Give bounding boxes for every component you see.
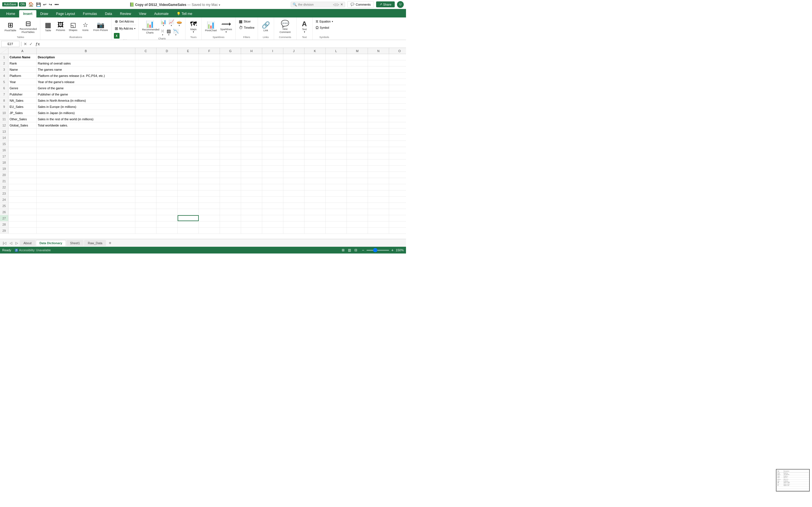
cell-b1[interactable]: Description [37, 54, 135, 60]
cell-j5[interactable] [283, 79, 305, 85]
cell-o4[interactable] [389, 73, 406, 78]
cell-b23[interactable] [37, 190, 135, 196]
cell-b3[interactable]: The games name [37, 66, 135, 72]
cell-j11[interactable] [283, 116, 305, 122]
cell-c15[interactable] [135, 141, 156, 147]
cell-k12[interactable] [305, 122, 326, 128]
cell-a4[interactable]: Platform [8, 73, 37, 78]
cell-g18[interactable] [220, 159, 241, 165]
cell-i3[interactable] [262, 66, 283, 72]
cell-j12[interactable] [283, 122, 305, 128]
cell-h15[interactable] [241, 141, 262, 147]
cell-b16[interactable] [37, 147, 135, 153]
cell-k7[interactable] [305, 91, 326, 97]
col-header-o[interactable]: O [389, 48, 406, 54]
cell-d20[interactable] [156, 172, 177, 178]
cell-n9[interactable] [368, 104, 389, 110]
cell-d25[interactable] [156, 203, 177, 209]
cell-j22[interactable] [283, 184, 305, 190]
cell-k6[interactable] [305, 85, 326, 91]
cell-m22[interactable] [347, 184, 368, 190]
cell-m24[interactable] [347, 196, 368, 203]
cell-o9[interactable] [389, 104, 406, 110]
cell-n25[interactable] [368, 203, 389, 209]
cell-k3[interactable] [305, 66, 326, 72]
cell-l22[interactable] [326, 184, 347, 190]
cell-o10[interactable] [389, 110, 406, 116]
cell-b5[interactable]: Year of the game's release [37, 79, 135, 85]
cell-i7[interactable] [262, 91, 283, 97]
cell-i10[interactable] [262, 110, 283, 116]
cell-i5[interactable] [262, 79, 283, 85]
cell-k24[interactable] [305, 196, 326, 203]
cell-k18[interactable] [305, 159, 326, 165]
cell-f21[interactable] [199, 178, 220, 184]
cell-e17[interactable] [177, 153, 199, 159]
sheet-nav-prev[interactable]: ◁ [8, 240, 14, 246]
cell-m13[interactable] [347, 128, 368, 134]
cell-o25[interactable] [389, 203, 406, 209]
cell-o28[interactable] [389, 221, 406, 227]
cell-i29[interactable] [262, 228, 283, 233]
cell-i28[interactable] [262, 221, 283, 227]
cell-m16[interactable] [347, 147, 368, 153]
cell-c26[interactable] [135, 209, 156, 215]
cell-n1[interactable] [368, 54, 389, 60]
cell-n27[interactable] [368, 215, 389, 221]
cell-l18[interactable] [326, 159, 347, 165]
cell-g14[interactable] [220, 135, 241, 140]
col-header-g[interactable]: G [220, 48, 241, 54]
cell-h11[interactable] [241, 116, 262, 122]
cell-g25[interactable] [220, 203, 241, 209]
cell-d2[interactable] [156, 60, 177, 66]
cell-d3[interactable] [156, 66, 177, 72]
cell-a26[interactable] [8, 209, 37, 215]
cell-h18[interactable] [241, 159, 262, 165]
cell-l21[interactable] [326, 178, 347, 184]
cell-h20[interactable] [241, 172, 262, 178]
cell-n26[interactable] [368, 209, 389, 215]
cell-i4[interactable] [262, 73, 283, 78]
cell-n21[interactable] [368, 178, 389, 184]
cell-h12[interactable] [241, 122, 262, 128]
cell-f10[interactable] [199, 110, 220, 116]
link-button[interactable]: 🔗 Link [260, 21, 271, 33]
cell-b14[interactable] [37, 135, 135, 140]
cell-g9[interactable] [220, 104, 241, 110]
cell-m19[interactable] [347, 166, 368, 172]
bar-chart-button[interactable]: 📊 ▾ [160, 18, 167, 27]
zoom-level[interactable]: 150% [396, 248, 404, 252]
cell-a9[interactable]: EU_Sales [8, 104, 37, 110]
cell-n16[interactable] [368, 147, 389, 153]
cell-f29[interactable] [199, 228, 220, 233]
cell-c4[interactable] [135, 73, 156, 78]
cell-m4[interactable] [347, 73, 368, 78]
cell-h19[interactable] [241, 166, 262, 172]
cell-b28[interactable] [37, 221, 135, 227]
cell-f20[interactable] [199, 172, 220, 178]
cell-b11[interactable]: Sales in the rest of the world (in milli… [37, 116, 135, 122]
profile-avatar[interactable]: U [397, 1, 404, 8]
cell-d5[interactable] [156, 79, 177, 85]
new-comment-button[interactable]: 💬 New Comment [276, 20, 294, 34]
cell-g16[interactable] [220, 147, 241, 153]
sheet-tab-about[interactable]: About [20, 240, 35, 246]
cell-d19[interactable] [156, 166, 177, 172]
col-header-l[interactable]: L [326, 48, 347, 54]
cell-f22[interactable] [199, 184, 220, 190]
cell-n6[interactable] [368, 85, 389, 91]
cell-f3[interactable] [199, 66, 220, 72]
cell-k11[interactable] [305, 116, 326, 122]
cell-n17[interactable] [368, 153, 389, 159]
cell-i25[interactable] [262, 203, 283, 209]
cell-g12[interactable] [220, 122, 241, 128]
tab-formulas[interactable]: Formulas [79, 10, 101, 17]
cell-j10[interactable] [283, 110, 305, 116]
cell-a7[interactable]: Publisher [8, 91, 37, 97]
cell-d15[interactable] [156, 141, 177, 147]
cell-g21[interactable] [220, 178, 241, 184]
col-header-c[interactable]: C [135, 48, 156, 54]
cell-d18[interactable] [156, 159, 177, 165]
insert-function-icon[interactable]: ƒx [35, 42, 41, 46]
cell-l16[interactable] [326, 147, 347, 153]
